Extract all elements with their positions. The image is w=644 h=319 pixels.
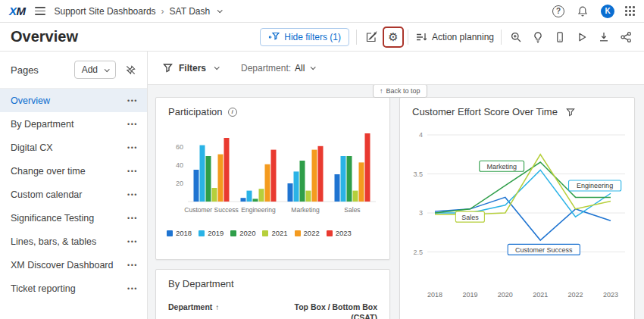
sidebar-title: Pages xyxy=(11,64,68,76)
legend-label: 2020 xyxy=(239,229,255,237)
card-header: By Department xyxy=(156,270,389,293)
legend-label: 2023 xyxy=(336,229,352,237)
logo-m: M xyxy=(17,5,26,17)
breadcrumb-root[interactable]: Support Site Dashboards xyxy=(55,6,156,17)
svg-text:4: 4 xyxy=(419,131,423,139)
participation-card: Participation i 204060Customer SuccessEn… xyxy=(155,97,390,260)
svg-text:Customer Success: Customer Success xyxy=(515,246,573,254)
sidebar-item-overview[interactable]: Overview••• xyxy=(0,89,147,112)
xm-logo: XM xyxy=(9,5,26,17)
svg-text:2019: 2019 xyxy=(462,291,477,299)
series-label-engineering: Engineering xyxy=(569,180,621,191)
add-page-button[interactable]: Add xyxy=(74,61,116,79)
table-header-row: Department ↑ Top Box / Bottom Box (CSAT) xyxy=(156,293,389,319)
zoom-search-icon[interactable] xyxy=(508,30,524,45)
legend-item-2020[interactable]: 2020 xyxy=(230,229,255,237)
notifications-bell-icon[interactable] xyxy=(575,4,590,19)
sidebar-item-significance-testing[interactable]: Significance Testing••• xyxy=(0,206,147,230)
svg-text:3: 3 xyxy=(419,209,423,217)
legend-label: 2021 xyxy=(271,229,287,237)
legend-item-2018[interactable]: 2018 xyxy=(167,229,192,237)
apps-grid-icon[interactable] xyxy=(625,6,635,16)
sidebar-item-by-department[interactable]: By Department••• xyxy=(0,112,147,136)
svg-text:Engineering: Engineering xyxy=(577,182,613,189)
sidebar-item-label: Custom calendar xyxy=(11,189,127,200)
action-planning-button[interactable]: Action planning xyxy=(415,31,494,43)
chevron-down-icon xyxy=(217,8,223,13)
department-column-header[interactable]: Department ↑ xyxy=(168,302,219,311)
legend-item-2022[interactable]: 2022 xyxy=(295,229,320,237)
sidebar-item-xm-discover-dashboard[interactable]: XM Discover Dashboard••• xyxy=(0,253,147,277)
more-options-icon[interactable]: ••• xyxy=(127,214,138,222)
help-icon[interactable]: ? xyxy=(552,5,564,17)
sidebar-item-change-over-time[interactable]: Change over time••• xyxy=(0,159,147,183)
sidebar-item-label: Digital CX xyxy=(11,142,127,153)
legend-item-2021[interactable]: 2021 xyxy=(262,229,287,237)
sidebar-item-ticket-reporting[interactable]: Ticket reporting••• xyxy=(0,277,147,300)
chart-legend: 201820192020202120222023 xyxy=(156,226,389,240)
sidebar-item-custom-calendar[interactable]: Custom calendar••• xyxy=(0,183,147,206)
svg-text:20: 20 xyxy=(176,180,183,187)
logo-x: X xyxy=(9,5,17,17)
legend-swatch xyxy=(230,230,236,236)
mobile-preview-icon[interactable] xyxy=(552,30,567,45)
back-to-top-button[interactable]: ↑ Back to top xyxy=(373,85,427,98)
ces-over-time-card: Customer Effort Score Over Time 2.533.54… xyxy=(399,97,635,319)
sidebar-item-digital-cx[interactable]: Digital CX••• xyxy=(0,136,147,159)
sidebar-item-lines-bars-tables[interactable]: Lines, bars, & tables••• xyxy=(0,230,147,253)
lightbulb-icon[interactable] xyxy=(530,30,546,45)
breadcrumb-current-dashboard[interactable]: SAT Dash xyxy=(170,6,211,17)
more-options-icon[interactable]: ••• xyxy=(127,120,138,128)
hamburger-menu-icon[interactable] xyxy=(35,7,45,15)
svg-text:60: 60 xyxy=(176,143,183,151)
hide-filters-button[interactable]: Hide filters (1) xyxy=(260,28,349,46)
legend-swatch xyxy=(262,230,268,236)
funnel-icon xyxy=(163,63,173,73)
download-icon[interactable] xyxy=(596,30,611,45)
series-label-customer-success: Customer Success xyxy=(508,244,580,255)
sidebar-header: Pages Add xyxy=(0,52,147,89)
action-planning-label: Action planning xyxy=(432,32,494,42)
widget-filter-funnel-icon[interactable] xyxy=(566,108,575,117)
pages-list: Overview•••By Department•••Digital CX•••… xyxy=(0,89,147,300)
more-options-icon[interactable]: ••• xyxy=(127,144,138,152)
edit-dashboard-icon[interactable] xyxy=(364,30,379,45)
more-options-icon[interactable]: ••• xyxy=(127,167,138,175)
page-title: Overview xyxy=(11,28,78,45)
play-presentation-icon[interactable] xyxy=(574,30,589,45)
more-options-icon[interactable]: ••• xyxy=(127,191,138,199)
svg-text:2023: 2023 xyxy=(603,291,618,299)
legend-item-2023[interactable]: 2023 xyxy=(327,229,352,237)
svg-text:Marketing: Marketing xyxy=(486,163,517,170)
legend-swatch xyxy=(295,230,301,236)
more-options-icon[interactable]: ••• xyxy=(127,97,138,105)
legend-swatch xyxy=(167,230,173,236)
chevron-down-icon xyxy=(214,64,220,70)
avatar[interactable]: K xyxy=(601,5,614,18)
legend-label: 2022 xyxy=(304,229,320,237)
department-filter[interactable]: Department: All xyxy=(241,63,314,73)
filter-bar: Filters Department: All xyxy=(148,52,644,85)
info-icon[interactable]: i xyxy=(228,108,237,117)
more-options-icon[interactable]: ••• xyxy=(127,238,138,246)
funnel-icon xyxy=(273,33,279,39)
sidebar-item-label: By Department xyxy=(11,119,127,130)
svg-text:2021: 2021 xyxy=(533,291,548,299)
share-icon[interactable] xyxy=(618,30,633,45)
sidebar-item-label: Ticket reporting xyxy=(11,283,127,294)
legend-label: 2018 xyxy=(176,229,192,237)
back-to-top-label: Back to top xyxy=(386,87,420,95)
unpin-sidebar-icon[interactable] xyxy=(125,64,136,76)
card-header: Participation i xyxy=(156,98,389,121)
action-planning-icon xyxy=(415,31,427,43)
filters-toggle[interactable]: Filters xyxy=(163,63,218,73)
sidebar-item-label: Change over time xyxy=(11,166,127,177)
more-options-icon[interactable]: ••• xyxy=(127,261,138,269)
sidebar-item-label: Significance Testing xyxy=(11,213,127,224)
breadcrumb: Support Site Dashboards › SAT Dash xyxy=(55,6,222,17)
sidebar-item-label: Overview xyxy=(11,95,127,106)
dashboard-settings-button[interactable]: ⚙ 3 xyxy=(386,30,401,45)
legend-item-2019[interactable]: 2019 xyxy=(199,229,224,237)
series-label-sales: Sales xyxy=(455,211,484,222)
more-options-icon[interactable]: ••• xyxy=(127,285,138,292)
